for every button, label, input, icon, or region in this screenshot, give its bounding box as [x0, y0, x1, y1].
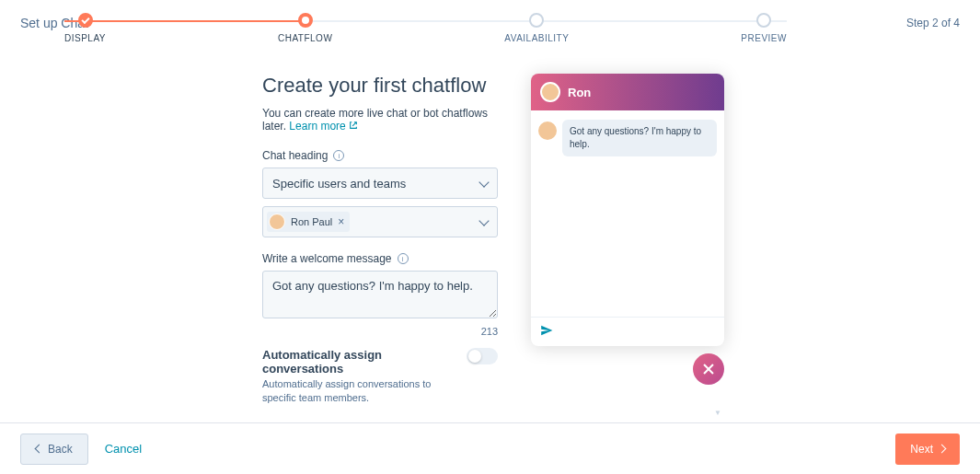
auto-assign-toggle[interactable] — [467, 348, 498, 364]
send-icon — [540, 324, 553, 341]
user-tag-input[interactable]: Ron Paul × — [262, 206, 498, 237]
step-display[interactable]: DISPLAY — [64, 13, 106, 43]
step-chatflow[interactable]: CHATFLOW — [278, 13, 332, 43]
avatar — [269, 214, 285, 230]
chevron-left-icon — [35, 445, 44, 454]
message-bubble: Got any questions? I'm happy to help. — [562, 120, 717, 156]
auto-assign-desc: Automatically assign conversations to sp… — [262, 377, 455, 406]
chat-close-fab[interactable] — [693, 353, 724, 385]
welcome-message-textarea[interactable] — [262, 271, 498, 318]
subline: You can create more live chat or bot cha… — [262, 107, 498, 133]
cancel-button[interactable]: Cancel — [105, 442, 142, 456]
chat-preview: Ron ▲ Got any questions? I'm happy to he… — [531, 74, 724, 346]
step-label: PREVIEW — [741, 33, 787, 43]
step-preview[interactable]: PREVIEW — [741, 13, 787, 43]
step-label: CHATFLOW — [278, 33, 332, 43]
step-availability[interactable]: AVAILABILITY — [504, 13, 569, 43]
chat-header: Ron — [531, 74, 724, 110]
back-button[interactable]: Back — [20, 434, 88, 465]
chat-name: Ron — [568, 86, 591, 99]
close-icon — [702, 363, 715, 376]
check-icon — [81, 15, 89, 23]
info-icon[interactable]: i — [333, 150, 344, 161]
avatar — [540, 82, 560, 102]
tag-label: Ron Paul — [291, 216, 332, 227]
next-label: Next — [910, 443, 933, 456]
step-circle — [529, 13, 544, 28]
auto-assign-title: Automatically assign conversations — [262, 348, 455, 376]
info-icon[interactable]: i — [398, 253, 409, 264]
user-tag: Ron Paul × — [267, 212, 350, 232]
avatar — [538, 121, 557, 140]
step-label: AVAILABILITY — [504, 33, 569, 43]
next-button[interactable]: Next — [895, 434, 960, 465]
step-indicator: Step 2 of 4 — [906, 17, 960, 29]
chevron-right-icon — [938, 445, 947, 454]
step-circle-current — [298, 13, 313, 28]
chat-input-bar — [531, 317, 724, 346]
step-label: DISPLAY — [64, 33, 106, 43]
chat-heading-select[interactable]: Specific users and teams — [262, 168, 498, 199]
step-circle — [756, 13, 771, 28]
back-label: Back — [48, 443, 73, 456]
char-count: 213 — [262, 326, 498, 337]
select-value: Specific users and teams — [272, 177, 406, 191]
learn-more-link[interactable]: Learn more — [289, 120, 345, 133]
message-row: Got any questions? I'm happy to help. — [538, 120, 717, 156]
chevron-down-icon — [478, 177, 489, 187]
chat-heading-label: Chat heading — [262, 149, 328, 162]
external-link-icon — [349, 120, 358, 133]
chevron-down-icon — [478, 215, 489, 225]
close-icon[interactable]: × — [338, 215, 344, 228]
main-heading: Create your first chatflow — [262, 74, 498, 98]
chat-body: Got any questions? I'm happy to help. — [531, 110, 724, 317]
step-circle-done — [78, 13, 93, 28]
welcome-label: Write a welcome message — [262, 252, 392, 265]
